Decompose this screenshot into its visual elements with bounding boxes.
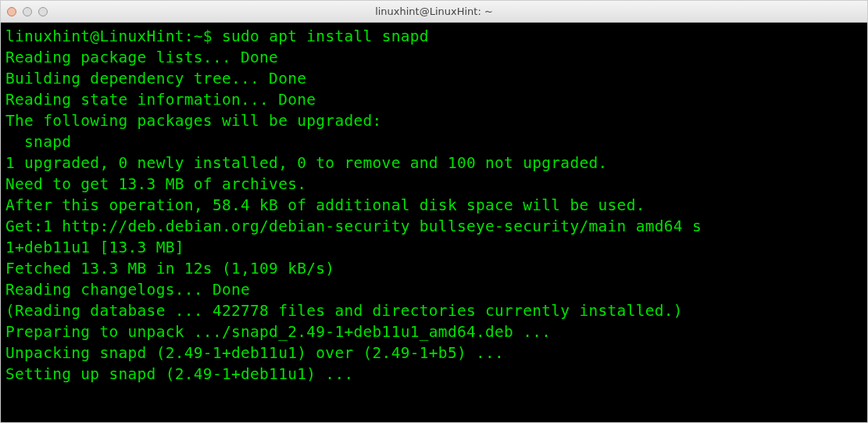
output-line: After this operation, 58.4 kB of additio…: [5, 195, 863, 216]
terminal-window: linuxhint@LinuxHint: ~ linuxhint@LinuxHi…: [0, 0, 868, 423]
prompt-path: ~: [194, 27, 203, 45]
output-line: Reading changelogs... Done: [5, 279, 863, 300]
output-line: (Reading database ... 422778 files and d…: [5, 300, 863, 321]
output-line: Fetched 13.3 MB in 12s (1,109 kB/s): [5, 258, 863, 279]
output-line: Need to get 13.3 MB of archives.: [5, 174, 863, 195]
output-line: Setting up snapd (2.49-1+deb11u1) ...: [5, 364, 863, 385]
output-line: Get:1 http://deb.debian.org/debian-secur…: [5, 216, 863, 237]
command-text: sudo apt install snapd: [222, 27, 429, 45]
minimize-button[interactable]: [23, 7, 32, 16]
close-button[interactable]: [7, 7, 16, 16]
terminal-content[interactable]: linuxhint@LinuxHint:~$ sudo apt install …: [1, 23, 867, 422]
window-title: linuxhint@LinuxHint: ~: [375, 5, 493, 17]
output-line: Preparing to unpack .../snapd_2.49-1+deb…: [5, 321, 863, 342]
output-line: 1+deb11u1 [13.3 MB]: [5, 237, 863, 258]
output-line: snapd: [5, 131, 863, 152]
window-controls: [7, 7, 48, 16]
output-line: Unpacking snapd (2.49-1+deb11u1) over (2…: [5, 342, 863, 364]
prompt-line: linuxhint@LinuxHint:~$ sudo apt install …: [5, 26, 863, 47]
output-line: The following packages will be upgraded:: [5, 110, 863, 131]
output-line: Reading package lists... Done: [5, 47, 863, 68]
titlebar: linuxhint@LinuxHint: ~: [1, 1, 867, 23]
prompt-colon: :: [184, 27, 194, 45]
prompt-symbol: $: [203, 27, 213, 45]
prompt-user-host: linuxhint@LinuxHint: [5, 27, 184, 45]
output-line: 1 upgraded, 0 newly installed, 0 to remo…: [5, 152, 863, 174]
prompt-space: [213, 27, 222, 45]
maximize-button[interactable]: [38, 7, 48, 16]
output-line: Reading state information... Done: [5, 89, 863, 110]
output-line: Building dependency tree... Done: [5, 68, 863, 89]
